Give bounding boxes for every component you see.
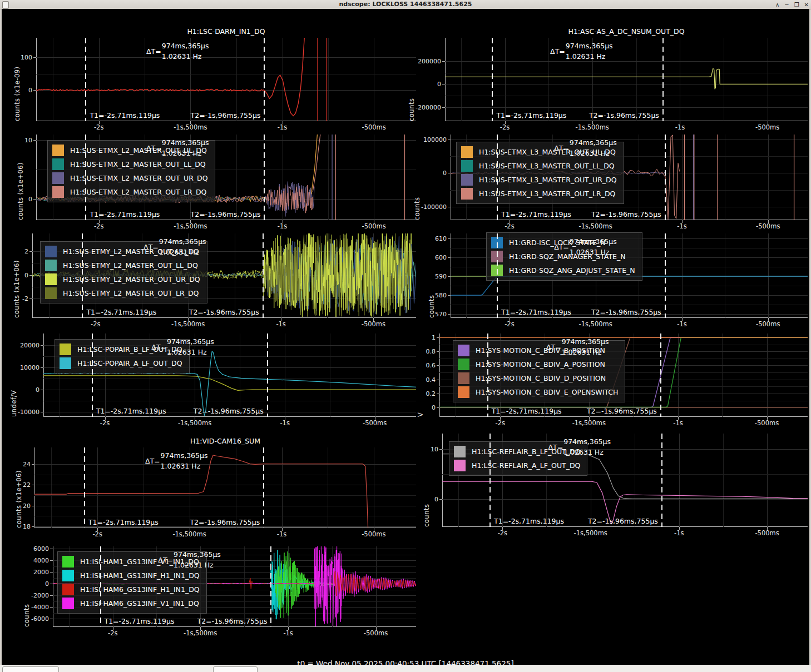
x-tick-label: -2s [108,629,117,637]
delta-t-value: 974ms,365µs [162,41,209,51]
maximize-button[interactable]: ❐ [794,2,799,8]
plot-asc-as-nsum[interactable]: 2000000-200000-2s-1s,500ms-1s-500mscount… [445,38,808,121]
cursor-t1[interactable] [100,546,101,627]
cursor-t1[interactable] [92,333,93,417]
legend-label: H1:SUS-ETMX_L2_MASTER_OUT_LR_DQ [70,188,206,196]
cursor-t2[interactable] [665,233,666,318]
x-tick-label: -1s,500ms [171,320,205,328]
minimize-button[interactable]: − [784,2,789,8]
waveform-traces [445,38,808,121]
y-axis-label: counts (x1e+06) [15,447,23,528]
x-tick-mark [188,318,189,321]
x-tick-label: -1s [673,419,683,427]
waveform-traces [34,447,416,528]
x-tick-label: -2s [505,222,514,230]
delta-t-frequency: 1.02631 Hz [562,347,609,357]
delta-t-value: 974ms,365µs [174,549,221,560]
y-tick-label: 6000 [33,545,49,552]
cursor-t1-label: T1=-2s,71ms,119µs [86,308,156,316]
cursor-t2[interactable] [270,546,271,627]
x-tick-mark [288,627,289,630]
plot-lsc-reflair[interactable]: 100-2s-1s,500ms-1s-500mscountsΔT=974ms,3… [442,434,808,527]
x-tick-mark [190,121,191,124]
x-tick-mark [682,220,683,223]
x-tick-mark [374,220,374,223]
x-tick-label: -500ms [362,530,385,538]
title-bar[interactable]: ndscope: LOCKLOSS 1446338471.5625 ∧ − ❐ … [0,0,811,9]
y-axis-label: counts [423,434,431,527]
shade-button[interactable]: ∧ [775,2,779,8]
cursor-t1-label: T1=-2s,71ms,119µs [492,407,562,415]
cursor-t1[interactable] [85,135,86,220]
x-tick-mark [283,121,283,124]
legend-label: H1:ISI-HAM6_GS13INF_V1_IN1_DQ [80,599,199,608]
legend-item: H1:SUS-ETMX_L3_MASTER_OUT_LL_DQ [461,160,617,172]
legend-label: H1:SYS-MOTION_C_BDIV_E_OPENSWITCH [476,388,618,396]
x-tick-label: -1s,500ms [184,629,217,637]
cursor-t1-label: T1=-2s,71ms,119µs [90,210,160,218]
y-tick-label: 2 [24,247,28,255]
legend-label: H1:SUS-ETMX_L2_MASTER_OUT_UR_DQ [70,174,208,182]
cursor-t1[interactable] [489,434,491,527]
y-tick-label: 0 [24,271,28,278]
legend-swatch [52,186,64,198]
delta-t-annotation: ΔT=974ms,365µs1.02631 Hz [145,450,208,471]
legend-item: H1:SUS-ETMX_L2_MASTER_OUT_LR_DQ [52,186,208,198]
y-tick-label: 0 [28,195,32,202]
cursor-t2[interactable] [662,38,664,121]
legend-swatch [62,556,74,568]
plot-grd-states[interactable]: 610600590580570-2s-1s,500ms-1s-500mscoun… [451,233,808,318]
legend-item: H1:ISI-HAM6_GS13INF_V1_IN1_DQ [62,598,200,609]
legend-swatch [45,273,57,285]
cursor-t2[interactable] [665,135,666,220]
x-tick-mark [682,318,683,321]
plot-isi-ham-gs13[interactable]: 6000400020000-2000-4000-6000-2s-1s,500ms… [53,546,416,627]
cursor-t1[interactable] [497,135,498,220]
cursor-t2[interactable] [661,434,662,527]
plot-sus-etmx-l3[interactable]: 1000000-100000-2s-1s,500ms-1s-500mscount… [451,135,808,220]
window-controls: ∧ − ❐ ✕ [775,0,809,9]
cursor-t1[interactable] [497,233,498,318]
cursor-t1[interactable] [84,447,85,528]
y-tick-label: 18 [23,523,31,530]
plot-sus-etmy-l2[interactable]: 20-2-2s-1s,500ms-1s-500mscounts (x1e+06)… [32,233,416,318]
close-button[interactable]: ✕ [804,2,809,8]
y-tick-label: -4000 [31,604,49,611]
cursor-t2[interactable] [660,333,661,417]
x-tick-label: -2s [91,320,100,328]
delta-t-annotation: ΔT=974ms,365µs1.02631 Hz [550,41,613,62]
y-tick-label: 0.6 [426,362,436,369]
cursor-t2[interactable] [263,447,264,528]
legend-swatch [461,160,473,172]
x-tick-mark [373,318,374,321]
cursor-t1[interactable] [82,233,83,318]
plot-sys-motion-bdiv[interactable]: 10.80.60.40.20-2s-1s,500ms-1s-500msVΔT=9… [439,333,808,417]
cursor-t2[interactable] [264,38,265,121]
cursor-t2[interactable] [264,135,265,220]
cursor-t1[interactable] [492,38,493,121]
plot-vid-cam16[interactable]: 24222018-2s-1s,500ms-1s-500mscounts (x1e… [34,447,416,528]
y-tick-label: 24 [23,460,31,467]
x-tick-mark [500,417,501,420]
x-tick-mark [768,220,769,223]
cursor-t1[interactable] [487,333,488,417]
legend-item: H1:ISI-HAM6_GS13INF_H1_IN1_DQ [62,584,200,595]
y-axis-label: counts [428,233,436,318]
y-tick-label: -2 [22,295,28,302]
legend-swatch [45,246,57,257]
cursor-t2-label: T2=-1s,96ms,755µs [191,111,261,120]
cursor-t1-label: T1=-2s,71ms,119µs [501,210,571,218]
cursor-t2[interactable] [267,333,268,417]
cursor-t2[interactable] [263,233,264,318]
x-tick-label: -500ms [756,222,780,230]
delta-t-prefix: ΔT= [146,47,161,56]
x-tick-label: -1s,500ms [178,419,211,427]
plot-lsc-darm[interactable]: 1000-2s-1s,500ms-1s-500mscounts (x1e-09)… [36,38,416,121]
x-tick-mark [767,417,768,420]
y-tick-label: -100000 [421,203,447,210]
plot-sus-etmx-l2[interactable]: 100-2s-1s,500ms-1s-500mscounts (x1e+06)Δ… [36,135,416,220]
y-tick-label: 10 [24,137,32,144]
plot-lsc-popair[interactable]: 20000100000-10000-2s-1s,500ms-1s-500msun… [43,333,416,417]
cursor-t1[interactable] [85,38,86,121]
x-tick-mark [510,220,510,223]
